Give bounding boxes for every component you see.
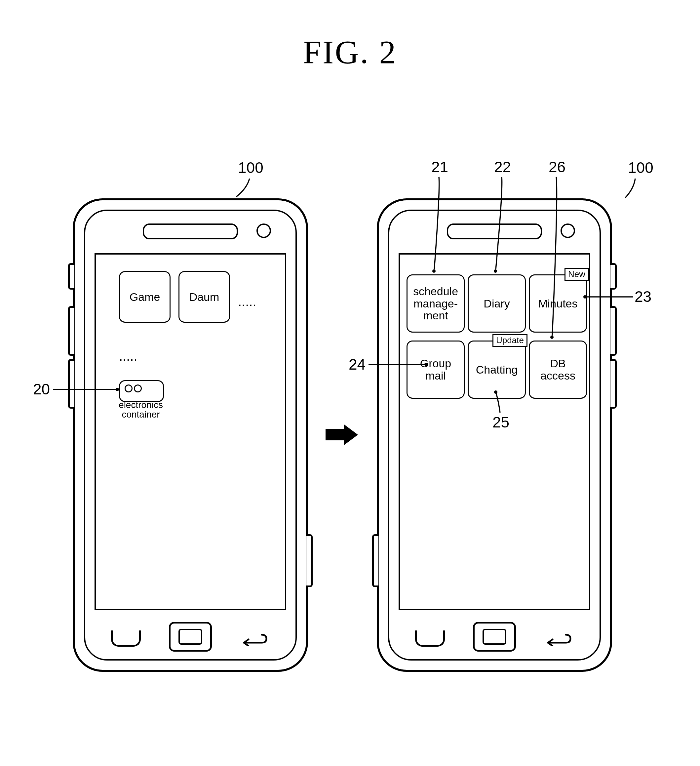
ref-100-right: 100: [628, 159, 653, 177]
side-button[interactable]: [68, 359, 74, 408]
tag-new: New: [564, 268, 589, 281]
home-button-icon[interactable]: [169, 622, 212, 652]
ref-100-left: 100: [238, 159, 264, 177]
app-diary[interactable]: Diary: [468, 274, 526, 332]
app-label: Chatting: [475, 364, 519, 376]
app-schedule-management[interactable]: schedule manage- ment: [406, 274, 465, 332]
ref-24: 24: [349, 355, 365, 373]
app-label: Minutes: [537, 298, 579, 310]
camera-icon: [561, 223, 575, 238]
back-button-icon[interactable]: [242, 633, 270, 646]
camera-icon: [256, 223, 271, 238]
app-chatting[interactable]: Chatting: [468, 340, 526, 399]
app-label: Daum: [188, 291, 221, 303]
side-button[interactable]: [68, 263, 74, 290]
ref-22: 22: [494, 158, 511, 176]
menu-button-icon[interactable]: [111, 630, 141, 647]
side-button[interactable]: [68, 306, 74, 356]
app-db-access[interactable]: DB access: [529, 340, 587, 399]
folder-electronics-container[interactable]: [119, 380, 164, 402]
side-button[interactable]: [610, 263, 617, 290]
folder-label: electronics container: [112, 400, 170, 419]
speaker-icon: [447, 223, 542, 239]
back-button-icon[interactable]: [546, 633, 574, 646]
app-label: schedule manage- ment: [412, 285, 460, 322]
tag-update: Update: [493, 334, 528, 347]
screen-right: schedule manage- ment Diary Minutes Grou…: [398, 253, 590, 610]
phone-right: schedule manage- ment Diary Minutes Grou…: [377, 198, 612, 672]
app-label: Diary: [482, 298, 511, 310]
svg-marker-2: [326, 424, 358, 445]
folder-dots-icon: [125, 385, 143, 394]
ellipsis: .....: [238, 294, 256, 309]
ref-21: 21: [431, 158, 448, 176]
app-label: Game: [128, 291, 162, 303]
app-group-mail[interactable]: Group mail: [406, 340, 465, 399]
app-daum[interactable]: Daum: [179, 271, 230, 323]
side-button[interactable]: [307, 534, 313, 587]
ref-23: 23: [635, 288, 651, 305]
app-game[interactable]: Game: [119, 271, 171, 323]
side-button[interactable]: [372, 534, 378, 587]
app-label: Group mail: [419, 358, 453, 381]
app-label: DB access: [530, 358, 586, 381]
menu-button-icon[interactable]: [415, 630, 445, 647]
speaker-icon: [143, 223, 238, 239]
ref-20: 20: [33, 380, 50, 398]
side-button[interactable]: [610, 359, 617, 408]
ref-25: 25: [493, 413, 509, 431]
arrow-right-icon: [326, 423, 359, 446]
screen-left: Game Daum ..... ..... electronics contai…: [95, 253, 286, 610]
home-button-icon[interactable]: [473, 622, 516, 652]
figure-title: FIG. 2: [0, 33, 700, 71]
app-minutes[interactable]: Minutes: [529, 274, 587, 332]
phone-left: Game Daum ..... ..... electronics contai…: [73, 198, 308, 672]
ref-26: 26: [548, 158, 566, 176]
side-button[interactable]: [610, 306, 617, 356]
ellipsis: .....: [119, 349, 137, 364]
